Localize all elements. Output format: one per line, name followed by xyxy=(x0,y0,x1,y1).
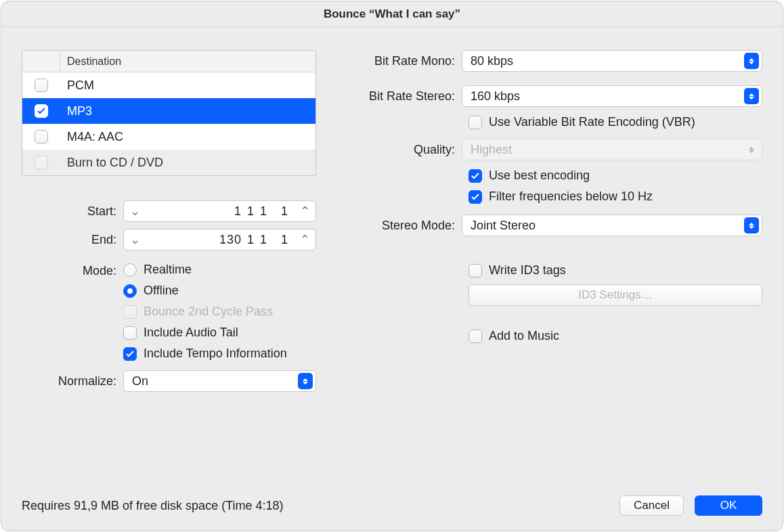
bounce-2nd-pass-label: Bounce 2nd Cycle Pass xyxy=(144,305,273,319)
check-2nd-pass xyxy=(123,305,137,319)
chevron-up-icon[interactable]: ⌃ xyxy=(298,232,311,247)
bitrate-stereo-row: Bit Rate Stereo: 160 kbps xyxy=(343,85,762,107)
check-write-id3[interactable] xyxy=(469,264,482,278)
check-vbr[interactable] xyxy=(469,116,482,129)
mode-realtime[interactable]: Realtime xyxy=(123,263,287,277)
normalize-label: Normalize: xyxy=(22,374,123,389)
disk-space-status: Requires 91,9 MB of free disk space (Tim… xyxy=(22,499,284,513)
normalize-value: On xyxy=(132,374,298,389)
mode-offline[interactable]: Offline xyxy=(123,284,287,298)
destination-header-label: Destination xyxy=(60,56,121,68)
filter-10hz-check[interactable]: Filter frequencies below 10 Hz xyxy=(469,190,762,204)
stereo-mode-select[interactable]: Joint Stereo xyxy=(462,215,762,236)
check-best-encoding[interactable] xyxy=(469,169,482,183)
bitrate-stereo-label: Bit Rate Stereo: xyxy=(343,89,462,104)
id3-settings-button: ID3 Settings… xyxy=(469,284,762,306)
updown-icon[interactable] xyxy=(744,53,759,69)
destination-label-mp3: MP3 xyxy=(60,104,92,118)
add-to-music-check[interactable]: Add to Music xyxy=(469,329,762,343)
right-column: Bit Rate Mono: 80 kbps Bit Rate Stereo: … xyxy=(343,50,762,470)
destination-row-m4a[interactable]: M4A: AAC xyxy=(22,124,315,150)
destination-table: Destination PCM MP3 M4A: AAC Burn to CD … xyxy=(22,50,316,176)
destination-row-mp3[interactable]: MP3 xyxy=(22,98,315,124)
stereo-mode-label: Stereo Mode: xyxy=(343,219,462,233)
end-value[interactable]: 13011 1 xyxy=(141,233,298,247)
stereo-mode-value: Joint Stereo xyxy=(471,219,744,233)
end-row: End: ⌄ 13011 1 ⌃ xyxy=(22,229,316,250)
dialog-title: Bounce “What I can say” xyxy=(1,1,783,27)
bitrate-mono-select[interactable]: 80 kbps xyxy=(462,50,762,72)
updown-icon[interactable] xyxy=(298,373,313,389)
radio-offline[interactable] xyxy=(123,284,137,298)
end-label: End: xyxy=(22,233,123,247)
mode-row: Mode: Realtime Offline Bounc xyxy=(22,263,316,361)
quality-row: Quality: Highest xyxy=(343,139,762,160)
include-tempo-info-label: Include Tempo Information xyxy=(144,347,287,361)
quality-value: Highest xyxy=(471,143,744,157)
bitrate-stereo-select[interactable]: 160 kbps xyxy=(462,85,762,107)
start-label: Start: xyxy=(22,204,123,219)
check-filter-10hz[interactable] xyxy=(469,190,482,204)
destination-label-burn: Burn to CD / DVD xyxy=(60,156,163,170)
mode-offline-label: Offline xyxy=(144,284,179,298)
chevron-down-icon[interactable]: ⌄ xyxy=(128,204,141,219)
bounce-dialog: Bounce “What I can say” Destination PCM … xyxy=(1,1,783,531)
destination-row-pcm[interactable]: PCM xyxy=(22,72,315,98)
bitrate-mono-label: Bit Rate Mono: xyxy=(343,54,462,68)
bitrate-mono-value: 80 kbps xyxy=(471,54,744,68)
bounce-2nd-pass: Bounce 2nd Cycle Pass xyxy=(123,305,287,319)
start-value[interactable]: 111 1 xyxy=(141,204,298,219)
chevron-down-icon[interactable]: ⌄ xyxy=(128,232,141,247)
include-audio-tail-label: Include Audio Tail xyxy=(144,326,238,340)
write-id3-label: Write ID3 tags xyxy=(489,263,566,278)
left-column: Destination PCM MP3 M4A: AAC Burn to CD … xyxy=(22,50,316,470)
dialog-footer: Requires 91,9 MB of free disk space (Tim… xyxy=(1,483,783,531)
updown-icon xyxy=(744,141,759,158)
destination-check-m4a[interactable] xyxy=(35,130,48,143)
destination-row-burn: Burn to CD / DVD xyxy=(22,150,315,175)
start-stepper[interactable]: ⌄ 111 1 ⌃ xyxy=(123,200,316,222)
start-row: Start: ⌄ 111 1 ⌃ xyxy=(22,200,316,222)
dialog-content: Destination PCM MP3 M4A: AAC Burn to CD … xyxy=(1,27,783,483)
end-stepper[interactable]: ⌄ 13011 1 ⌃ xyxy=(123,229,316,250)
best-encoding-label: Use best encoding xyxy=(489,169,590,183)
radio-realtime[interactable] xyxy=(123,263,137,277)
id3-settings-label: ID3 Settings… xyxy=(578,288,653,302)
stereo-mode-row: Stereo Mode: Joint Stereo xyxy=(343,215,762,236)
vbr-label: Use Variable Bit Rate Encoding (VBR) xyxy=(489,115,695,129)
mode-label: Mode: xyxy=(22,263,123,278)
quality-label: Quality: xyxy=(343,143,462,157)
write-id3-check[interactable]: Write ID3 tags xyxy=(469,263,762,278)
quality-select: Highest xyxy=(462,139,762,160)
destination-check-pcm[interactable] xyxy=(35,79,48,92)
check-add-to-music[interactable] xyxy=(469,330,482,343)
bitrate-stereo-value: 160 kbps xyxy=(471,89,744,104)
destination-header: Destination xyxy=(22,51,315,72)
include-tempo-info[interactable]: Include Tempo Information xyxy=(123,347,287,361)
updown-icon[interactable] xyxy=(744,88,759,104)
check-audio-tail[interactable] xyxy=(123,326,137,340)
normalize-row: Normalize: On xyxy=(22,370,316,392)
destination-check-burn xyxy=(35,156,48,169)
destination-label-m4a: M4A: AAC xyxy=(60,130,123,144)
filter-10hz-label: Filter frequencies below 10 Hz xyxy=(489,190,653,204)
ok-button[interactable]: OK xyxy=(695,495,762,516)
include-audio-tail[interactable]: Include Audio Tail xyxy=(123,326,287,340)
vbr-check[interactable]: Use Variable Bit Rate Encoding (VBR) xyxy=(469,115,762,129)
destination-check-mp3[interactable] xyxy=(35,104,48,118)
add-to-music-label: Add to Music xyxy=(489,329,559,343)
cancel-button[interactable]: Cancel xyxy=(619,495,684,516)
updown-icon[interactable] xyxy=(744,217,759,234)
normalize-select[interactable]: On xyxy=(123,370,316,392)
bitrate-mono-row: Bit Rate Mono: 80 kbps xyxy=(343,50,762,72)
mode-realtime-label: Realtime xyxy=(144,263,192,277)
check-tempo-info[interactable] xyxy=(123,347,137,361)
destination-label-pcm: PCM xyxy=(60,79,94,93)
best-encoding-check[interactable]: Use best encoding xyxy=(469,169,762,183)
chevron-up-icon[interactable]: ⌃ xyxy=(298,204,311,219)
